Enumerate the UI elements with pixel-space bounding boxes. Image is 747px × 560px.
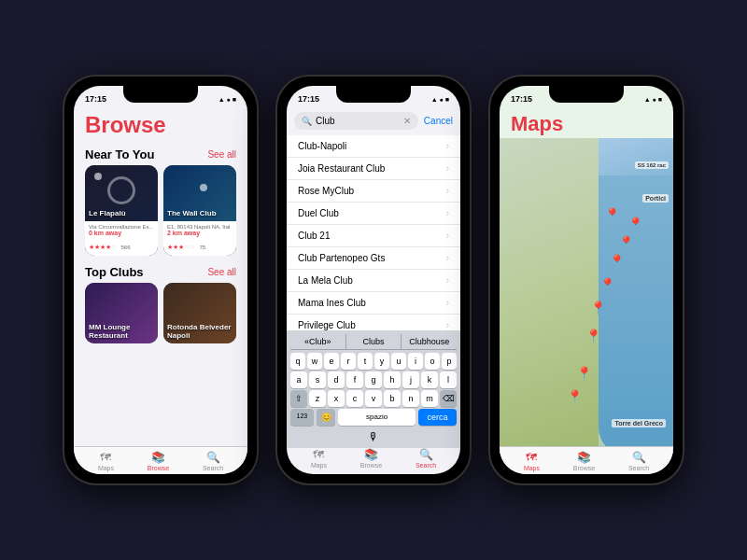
suggestions-row: «Club» Clubs Clubhouse: [290, 334, 457, 350]
tab-search-1[interactable]: 🔍 Search: [203, 451, 223, 471]
result-0[interactable]: Club-Napoli ›: [287, 135, 460, 158]
time-2: 17:15: [298, 94, 319, 104]
result-6[interactable]: La Mela Club ›: [287, 270, 460, 292]
key-p[interactable]: p: [442, 353, 457, 370]
tab-search-2[interactable]: 🔍 Search: [416, 448, 436, 469]
tab-browse-3[interactable]: 📚 Browse: [573, 451, 595, 471]
key-j[interactable]: j: [402, 371, 419, 388]
pin-7: 📍: [585, 329, 601, 343]
key-h[interactable]: h: [384, 371, 401, 388]
browse-icon-1: 📚: [151, 451, 165, 464]
key-shift[interactable]: ⇧: [290, 390, 307, 407]
card-flapalu[interactable]: Le Flapalù Via Circumvallazione Es... 0 …: [85, 165, 158, 256]
key-t[interactable]: t: [358, 353, 373, 370]
key-backspace[interactable]: ⌫: [440, 390, 457, 407]
key-y[interactable]: y: [374, 353, 389, 370]
top-clubs-label: Top Clubs: [85, 265, 144, 279]
pin-3: 📍: [618, 235, 634, 250]
chevron-1: ›: [446, 163, 449, 174]
search-input-box[interactable]: 🔍 Club ✕: [294, 112, 418, 130]
label-torre: Torre del Greco: [612, 419, 666, 427]
key-c[interactable]: c: [346, 390, 363, 407]
suggestion-2[interactable]: Clubhouse: [402, 334, 457, 349]
card-wallclub[interactable]: The Wall Club E1, 80143 Napoli NA, Ital …: [163, 165, 236, 256]
result-3[interactable]: Duel Club ›: [287, 203, 460, 225]
key-w[interactable]: w: [307, 353, 322, 370]
map-icon-1: 🗺: [100, 451, 111, 464]
tab-maps-3[interactable]: 🗺 Maps: [524, 451, 540, 471]
key-l[interactable]: l: [440, 371, 457, 388]
tab-browse-1[interactable]: 📚 Browse: [148, 451, 169, 471]
result-7[interactable]: Mama Ines Club ›: [287, 292, 460, 315]
pin-2: 📍: [627, 217, 643, 231]
result-text-2: Rose MyClub: [298, 186, 354, 196]
key-space[interactable]: spazio: [338, 409, 415, 426]
key-o[interactable]: o: [425, 353, 440, 370]
clear-btn[interactable]: ✕: [403, 116, 411, 126]
key-x[interactable]: x: [328, 390, 345, 407]
key-b[interactable]: b: [384, 390, 401, 407]
search-icon-2b: 🔍: [419, 448, 433, 461]
key-cerca[interactable]: cerca: [418, 409, 457, 426]
card-mm[interactable]: MM Lounge Restaurant: [85, 283, 158, 343]
suggestion-0[interactable]: «Club»: [290, 334, 346, 349]
phone-search: 17:15 ▲ ● ■ 🔍 Club ✕ Cancel Club-Napoli …: [275, 75, 472, 485]
search-value: Club: [316, 116, 400, 126]
pin-1: 📍: [604, 207, 620, 222]
tab-maps-label-1: Maps: [98, 465, 114, 471]
result-4[interactable]: Club 21 ›: [287, 225, 460, 247]
suggestion-1[interactable]: Clubs: [346, 334, 402, 349]
key-u[interactable]: u: [391, 353, 406, 370]
key-q[interactable]: q: [290, 353, 305, 370]
key-k[interactable]: k: [421, 371, 438, 388]
card-light: [94, 173, 102, 180]
tab-maps-label-2: Maps: [311, 462, 327, 469]
card-dist-0: 0 km away: [89, 230, 154, 236]
status-icons-1: ▲ ● ■: [218, 96, 236, 103]
chevron-2: ›: [446, 186, 449, 196]
result-text-1: Joia Restaurant Club: [298, 163, 385, 174]
tab-search-3[interactable]: 🔍 Search: [628, 451, 649, 471]
near-you-header: Near To You See all: [74, 144, 247, 165]
key-a[interactable]: a: [290, 371, 307, 388]
map-area[interactable]: 📍 📍 📍 📍 📍 📍 📍 📍 📍 Portici SS 162 rac Tor…: [500, 138, 673, 455]
key-m[interactable]: m: [421, 390, 438, 407]
key-e[interactable]: e: [324, 353, 339, 370]
key-s[interactable]: s: [309, 371, 326, 388]
card-rotonda[interactable]: Rotonda Belveder Napoli: [163, 283, 236, 343]
see-all-1[interactable]: See all: [207, 149, 236, 160]
chevron-8: ›: [446, 320, 449, 330]
key-d[interactable]: d: [328, 371, 345, 388]
result-2[interactable]: Rose MyClub ›: [287, 180, 460, 203]
tab-browse-2[interactable]: 📚 Browse: [360, 448, 382, 469]
result-1[interactable]: Joia Restaurant Club ›: [287, 158, 460, 180]
key-emoji[interactable]: 😊: [317, 409, 336, 426]
tab-maps-2[interactable]: 🗺 Maps: [311, 448, 327, 469]
card-label-wallclub: The Wall Club: [167, 209, 217, 217]
search-icon-1: 🔍: [206, 451, 220, 464]
card-dist-1: 2 km away: [167, 230, 233, 236]
see-all-2[interactable]: See all: [207, 267, 236, 277]
browse-icon-3: 📚: [577, 451, 591, 464]
result-5[interactable]: Club Partenopeo Gts ›: [287, 247, 460, 270]
tab-maps-1[interactable]: 🗺 Maps: [98, 451, 114, 471]
key-row-0: q w e r t y u i o p: [290, 353, 457, 370]
cancel-btn[interactable]: Cancel: [424, 116, 453, 126]
chevron-3: ›: [446, 208, 449, 218]
key-r[interactable]: r: [341, 353, 356, 370]
chevron-5: ›: [446, 253, 449, 263]
card-detail-flapalu: Via Circumvallazione Es... 0 km away ★★★…: [85, 221, 158, 256]
count-0: 566: [120, 245, 130, 250]
key-f[interactable]: f: [346, 371, 363, 388]
key-i[interactable]: i: [408, 353, 423, 370]
key-v[interactable]: v: [365, 390, 382, 407]
key-g[interactable]: g: [365, 371, 382, 388]
search-bar: 🔍 Club ✕ Cancel: [287, 108, 460, 135]
mic-icon[interactable]: 🎙: [368, 430, 379, 443]
card-light-2: [200, 184, 207, 191]
key-z[interactable]: z: [309, 390, 326, 407]
key-n[interactable]: n: [402, 390, 419, 407]
result-text-5: Club Partenopeo Gts: [298, 253, 385, 263]
browse-title: Browse: [85, 112, 236, 138]
key-123[interactable]: 123: [290, 409, 314, 426]
